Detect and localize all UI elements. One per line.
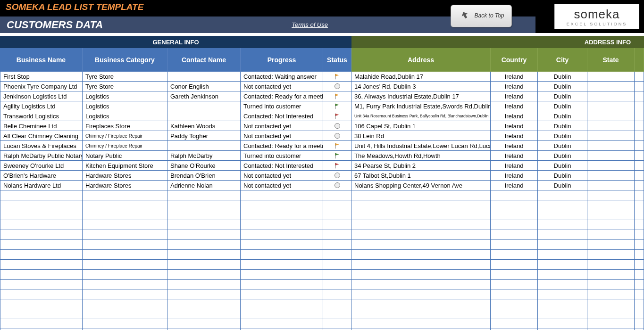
table-row-empty[interactable] [0, 270, 644, 280]
empty-cell[interactable] [635, 240, 644, 250]
cell-business-name[interactable]: O'Brien's Hardware [0, 171, 83, 181]
table-row-empty[interactable] [0, 200, 644, 210]
table-row[interactable]: Sweeney O'rourke LtdKitchen Equipment St… [0, 161, 644, 171]
empty-cell[interactable] [635, 230, 644, 240]
empty-cell[interactable] [0, 250, 83, 260]
cell-extra[interactable] [635, 121, 644, 131]
col-contact-name[interactable]: Contact Name [167, 48, 241, 72]
empty-cell[interactable] [491, 190, 538, 200]
empty-cell[interactable] [491, 240, 538, 250]
empty-cell[interactable] [0, 260, 83, 270]
cell-status[interactable] [323, 131, 351, 141]
col-state[interactable]: State [587, 48, 635, 72]
empty-cell[interactable] [491, 319, 538, 329]
cell-status[interactable] [323, 151, 351, 161]
empty-cell[interactable] [587, 210, 635, 220]
cell-progress[interactable]: Turned into customer [241, 151, 323, 161]
cell-business-category[interactable]: Kitchen Equipment Store [83, 161, 167, 171]
empty-cell[interactable] [241, 200, 323, 210]
empty-cell[interactable] [167, 190, 241, 200]
empty-cell[interactable] [538, 280, 587, 289]
cell-business-category[interactable]: Tyre Store [83, 72, 167, 82]
cell-business-category[interactable]: Hardware Stores [83, 181, 167, 190]
empty-cell[interactable] [0, 270, 83, 280]
table-row-empty[interactable] [0, 280, 644, 289]
table-row-empty[interactable] [0, 210, 644, 220]
empty-cell[interactable] [351, 260, 491, 270]
empty-cell[interactable] [241, 270, 323, 280]
empty-cell[interactable] [587, 220, 635, 230]
cell-business-name[interactable]: Sweeney O'rourke Ltd [0, 161, 83, 171]
cell-state[interactable] [587, 161, 635, 171]
cell-city[interactable]: Dublin [538, 111, 587, 121]
empty-cell[interactable] [83, 250, 167, 260]
empty-cell[interactable] [83, 309, 167, 319]
cell-state[interactable] [587, 91, 635, 101]
cell-state[interactable] [587, 101, 635, 111]
empty-cell[interactable] [83, 190, 167, 200]
empty-cell[interactable] [241, 299, 323, 309]
cell-business-category[interactable]: Notary Public [83, 151, 167, 161]
empty-cell[interactable] [635, 190, 644, 200]
cell-city[interactable]: Dublin [538, 72, 587, 82]
empty-cell[interactable] [323, 250, 351, 260]
empty-cell[interactable] [167, 220, 241, 230]
empty-cell[interactable] [635, 309, 644, 319]
cell-contact-name[interactable] [167, 141, 241, 151]
col-country[interactable]: Country [491, 48, 538, 72]
cell-city[interactable]: Dublin [538, 121, 587, 131]
cell-business-name[interactable]: Nolans Hardware Ltd [0, 181, 83, 190]
empty-cell[interactable] [491, 289, 538, 299]
cell-business-name[interactable]: Jenkinson Logistics Ltd [0, 91, 83, 101]
cell-extra[interactable] [635, 151, 644, 161]
empty-cell[interactable] [587, 230, 635, 240]
cell-address[interactable]: 67 Talbot St,Dublin 1 [351, 171, 491, 181]
empty-cell[interactable] [167, 200, 241, 210]
cell-state[interactable] [587, 181, 635, 190]
cell-status[interactable] [323, 101, 351, 111]
cell-business-name[interactable]: All Clear Chimney Cleaning [0, 131, 83, 141]
cell-state[interactable] [587, 141, 635, 151]
table-row-empty[interactable] [0, 240, 644, 250]
cell-status[interactable] [323, 141, 351, 151]
empty-cell[interactable] [323, 289, 351, 299]
cell-city[interactable]: Dublin [538, 151, 587, 161]
empty-cell[interactable] [241, 240, 323, 250]
empty-cell[interactable] [491, 309, 538, 319]
cell-contact-name[interactable]: Kathleen Woods [167, 121, 241, 131]
empty-cell[interactable] [491, 299, 538, 309]
cell-contact-name[interactable] [167, 72, 241, 82]
table-row[interactable]: Nolans Hardware LtdHardware StoresAdrien… [0, 181, 644, 190]
cell-business-category[interactable]: Chimney / Fireplace Repair [83, 141, 167, 151]
table-row-empty[interactable] [0, 319, 644, 329]
empty-cell[interactable] [538, 289, 587, 299]
cell-status[interactable] [323, 171, 351, 181]
col-address[interactable]: Address [351, 48, 491, 72]
empty-cell[interactable] [0, 220, 83, 230]
cell-progress[interactable]: Not contacted yet [241, 82, 323, 91]
table-row[interactable]: Phoenix Tyre Company LtdTyre StoreConor … [0, 82, 644, 91]
cell-progress[interactable]: Contacted: Ready for a meeting [241, 91, 323, 101]
cell-city[interactable]: Dublin [538, 141, 587, 151]
empty-cell[interactable] [538, 240, 587, 250]
col-business-name[interactable]: Business Name [0, 48, 83, 72]
empty-cell[interactable] [0, 299, 83, 309]
empty-cell[interactable] [351, 220, 491, 230]
empty-cell[interactable] [351, 270, 491, 280]
cell-status[interactable] [323, 121, 351, 131]
empty-cell[interactable] [0, 200, 83, 210]
cell-business-name[interactable]: Agility Logistics Ltd [0, 101, 83, 111]
empty-cell[interactable] [83, 200, 167, 210]
empty-cell[interactable] [538, 220, 587, 230]
cell-contact-name[interactable]: Shane O'Rourke [167, 161, 241, 171]
cell-contact-name[interactable]: Conor English [167, 82, 241, 91]
table-row-empty[interactable] [0, 250, 644, 260]
table-row[interactable]: All Clear Chimney CleaningChimney / Fire… [0, 131, 644, 141]
cell-business-category[interactable]: Fireplaces Store [83, 121, 167, 131]
cell-progress[interactable]: Not contacted yet [241, 171, 323, 181]
empty-cell[interactable] [587, 260, 635, 270]
empty-cell[interactable] [323, 200, 351, 210]
cell-city[interactable]: Dublin [538, 161, 587, 171]
col-status[interactable]: Status [323, 48, 351, 72]
empty-cell[interactable] [351, 240, 491, 250]
